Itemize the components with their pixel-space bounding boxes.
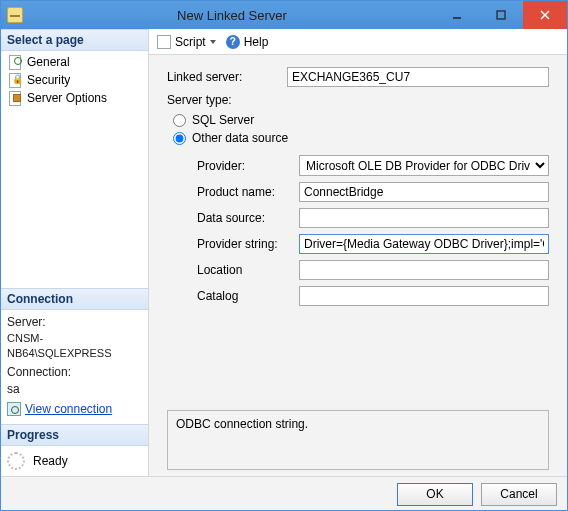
connection-header: Connection [1,288,148,310]
catalog-input[interactable] [299,286,549,306]
product-name-label: Product name: [197,185,299,199]
linked-server-input[interactable] [287,67,549,87]
connection-label: Connection: [7,364,142,380]
connection-value: sa [7,381,142,397]
sidebar-item-label: Security [27,73,70,87]
provider-string-label: Provider string: [197,237,299,251]
cancel-button[interactable]: Cancel [481,483,557,506]
progress-header: Progress [1,424,148,446]
location-label: Location [197,263,299,277]
other-data-source-radio[interactable] [173,132,186,145]
window-title: New Linked Server [29,8,435,23]
sql-server-radio-label: SQL Server [192,113,254,127]
catalog-label: Catalog [197,289,299,303]
security-icon [7,73,23,87]
data-source-label: Data source: [197,211,299,225]
sidebar-item-general[interactable]: General [1,53,148,71]
sidebar-item-security[interactable]: Security [1,71,148,89]
main-panel: Script ? Help Linked server: Server type… [149,29,567,476]
provider-label: Provider: [197,159,299,173]
other-data-source-radio-label: Other data source [192,131,288,145]
view-connection-link[interactable]: View connection [7,401,112,417]
provider-select[interactable]: Microsoft OLE DB Provider for ODBC Drive… [299,155,549,176]
sidebar: Select a page General Security Server Op… [1,29,149,476]
data-source-input[interactable] [299,208,549,228]
help-icon: ? [226,35,240,49]
progress-status: Ready [33,454,68,468]
options-icon [7,91,23,105]
script-icon [157,35,171,49]
dialog-footer: OK Cancel [1,476,567,511]
select-page-header: Select a page [1,29,148,51]
app-icon [7,7,23,23]
toolbar: Script ? Help [149,29,567,55]
progress-spinner-icon [7,452,25,470]
provider-string-input[interactable] [299,234,549,254]
script-button[interactable]: Script [157,35,216,49]
svg-rect-1 [497,11,505,19]
connection-info: Server: CNSM-NB64\SQLEXPRESS Connection:… [1,310,148,424]
connection-properties-icon [7,402,21,416]
sidebar-item-label: Server Options [27,91,107,105]
linked-server-label: Linked server: [167,70,287,84]
sidebar-item-server-options[interactable]: Server Options [1,89,148,107]
server-type-label: Server type: [167,93,287,107]
location-input[interactable] [299,260,549,280]
help-description: ODBC connection string. [167,410,549,470]
sql-server-radio[interactable] [173,114,186,127]
minimize-button[interactable] [435,1,479,29]
server-value: CNSM-NB64\SQLEXPRESS [7,331,142,361]
product-name-input[interactable] [299,182,549,202]
page-icon [7,55,23,69]
ok-button[interactable]: OK [397,483,473,506]
help-button[interactable]: ? Help [226,35,269,49]
server-label: Server: [7,314,142,330]
maximize-button[interactable] [479,1,523,29]
chevron-down-icon [210,40,216,44]
close-button[interactable] [523,1,567,29]
title-bar: New Linked Server [1,1,567,29]
sidebar-item-label: General [27,55,70,69]
